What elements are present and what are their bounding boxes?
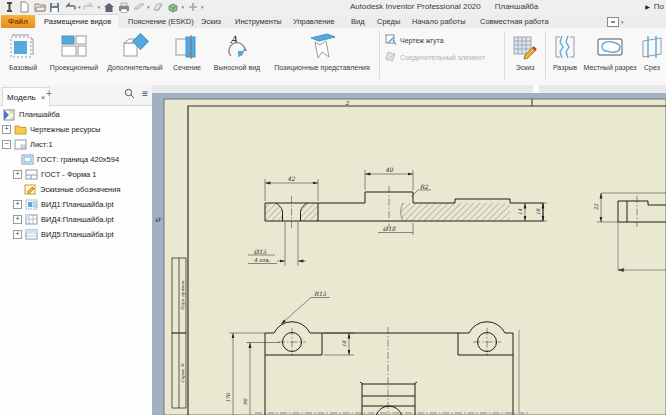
sketch-plane-icon[interactable] [152, 1, 165, 13]
section-view-button[interactable]: Сечение [166, 28, 208, 84]
expand-icon[interactable]: + [2, 125, 11, 134]
expand-icon[interactable]: + [13, 230, 22, 239]
positional-representations-icon [305, 32, 339, 62]
slice-button[interactable]: Срез [637, 28, 666, 84]
tree-item-gost-form[interactable]: + ГОСТ - Форма 1 [0, 167, 152, 182]
harness-drawing-button[interactable]: Чертеж жгута [385, 34, 503, 46]
tree-item-view5[interactable]: + ВИД5:Планшайба.ipt [0, 227, 152, 242]
start-sketch-button[interactable]: Эскиз [506, 28, 544, 84]
dim-r15-text: R15 [314, 290, 327, 297]
tab-environments[interactable]: Среды [370, 15, 407, 28]
undo-dropdown-icon[interactable]: ▾ [78, 5, 81, 10]
detail-view-button[interactable]: A Выносной вид [208, 28, 266, 84]
positional-representations-button[interactable]: Позиционные представления [266, 28, 378, 84]
view-icon [25, 214, 38, 226]
base-view-button[interactable]: Базовый [2, 28, 44, 84]
ribbon-separator [545, 31, 546, 79]
save-icon[interactable] [48, 1, 61, 13]
tree-item-view1[interactable]: + ВИД1:Планшайба.ipt [0, 197, 152, 212]
slice-icon [639, 32, 665, 62]
browser-tab-model[interactable]: Модель × [2, 87, 50, 106]
add-command-icon[interactable] [186, 1, 199, 13]
browser-tree: Планшайба + Чертежные ресурсы − Лист:1 Г… [0, 107, 152, 242]
tab-file[interactable]: Файл [1, 15, 35, 28]
tree-item-root[interactable]: Планшайба [0, 107, 152, 122]
undo-icon[interactable] [63, 1, 76, 13]
dim-176-text: 176 [225, 392, 231, 402]
model-browser-panel: Модель × + ≡ Планшайба + Чертежные ресур… [0, 85, 153, 415]
dim-22-text: 22 [593, 203, 599, 210]
app-title: Autodesk Inventor Professional 2020 [350, 2, 481, 11]
tab-collaborate[interactable]: Совместная работа [473, 15, 556, 28]
ribbon-display-icon [607, 17, 619, 27]
break-button[interactable]: Разрыв [547, 28, 583, 84]
expand-icon[interactable]: + [13, 215, 22, 224]
add-browser-tab-icon[interactable]: + [46, 88, 52, 99]
browser-header: Модель × + ≡ [0, 85, 152, 106]
dim-d15-text: Ø15 [254, 248, 268, 255]
tree-item-drawing-resources[interactable]: + Чертежные ресурсы [0, 122, 152, 137]
tree-item-gost-border[interactable]: ГОСТ: граница 420x594 [0, 152, 152, 167]
help-search[interactable]: ▶ По [645, 2, 664, 11]
tree-item-sheet1[interactable]: − Лист:1 [0, 137, 152, 152]
break-out-icon [595, 32, 625, 62]
ribbon: Базовый Проекционный Дополнительный Сече… [0, 28, 666, 86]
projected-view-button[interactable]: Проекционный [44, 28, 104, 84]
tab-sketch[interactable]: Эскиз [194, 15, 228, 28]
browser-menu-icon[interactable]: ≡ [142, 89, 148, 99]
help-partial-text: По [654, 2, 664, 11]
tree-item-view4[interactable]: + ВИД4:Планшайба.ipt [0, 212, 152, 227]
home-icon[interactable] [102, 1, 115, 13]
inventor-window: { "titlebar": { "app_title": "Autodesk I… [0, 0, 666, 415]
qat-customize-icon[interactable]: ▾ [201, 5, 204, 10]
expand-icon[interactable]: + [13, 170, 22, 179]
expand-icon[interactable]: + [13, 200, 22, 209]
break-out-button[interactable]: Местный разрез [583, 28, 637, 84]
drawing-document-icon [3, 109, 16, 121]
hatch-area [401, 203, 510, 221]
ribbon-display-caret-icon: ▾ [621, 20, 624, 25]
harness-group: Чертеж жгута Соединительный элемент [381, 28, 503, 63]
drawing-sheet[interactable]: 2 Перв. примен. Справ. № [164, 99, 666, 415]
component-icon[interactable] [167, 1, 180, 13]
redo-dropdown-icon[interactable]: ▾ [98, 5, 101, 10]
help-arrow-icon: ▶ [645, 3, 650, 10]
window-title: Autodesk Inventor Professional 2020 План… [350, 2, 538, 11]
redo-icon[interactable] [83, 1, 96, 13]
title-bar: ▾ ▾ ▾ ▾ ▾ Autodesk Inventor Professional… [0, 0, 666, 15]
auxiliary-view-button[interactable]: Дополнительный [104, 28, 166, 84]
graphics-canvas[interactable]: 2 Перв. примен. Справ. № Ø [152, 85, 666, 415]
measure-icon[interactable] [132, 1, 145, 13]
dim-18-text: 18 [535, 208, 541, 215]
collapse-icon[interactable]: − [2, 140, 11, 149]
dim-d18-text: Ø18 [383, 225, 397, 232]
margin-label-1: Перв. примен. [180, 280, 185, 311]
component-dropdown-icon[interactable]: ▾ [182, 5, 185, 10]
new-document-icon[interactable] [18, 1, 31, 13]
close-icon[interactable]: × [41, 93, 46, 102]
open-icon[interactable] [33, 1, 46, 13]
app-logo-icon[interactable] [3, 1, 16, 13]
tab-tools[interactable]: Инструменты [228, 15, 289, 28]
view-icon [25, 229, 38, 241]
drawing-svg: 2 Перв. примен. Справ. № Ø [152, 85, 666, 415]
tab-annotate-eskd[interactable]: Пояснение (ESKD) [121, 15, 201, 28]
print-icon[interactable] [117, 1, 130, 13]
auxiliary-view-icon [120, 32, 150, 62]
dim-step18-text: 18 [341, 340, 347, 347]
projected-view-icon [59, 32, 89, 62]
view-icon [25, 199, 38, 211]
tree-item-sketch-symbols[interactable]: Эскизные обозначения [0, 182, 152, 197]
tab-place-views[interactable]: Размещение видов [37, 15, 118, 28]
tab-manage[interactable]: Управление [286, 15, 342, 28]
measure-dropdown-icon[interactable]: ▾ [147, 5, 150, 10]
ribbon-separator [379, 31, 380, 79]
search-icon[interactable] [124, 88, 135, 99]
ribbon-display-options[interactable]: ▾ [607, 17, 624, 27]
dim-d15-note: 4 отв. [254, 257, 271, 263]
tab-view[interactable]: Вид [344, 15, 372, 28]
dim-40-text: 40 [385, 166, 394, 173]
connector-element-icon [385, 51, 397, 63]
detail-view-icon: A [222, 32, 252, 62]
tab-get-started[interactable]: Начало работы [405, 15, 473, 28]
